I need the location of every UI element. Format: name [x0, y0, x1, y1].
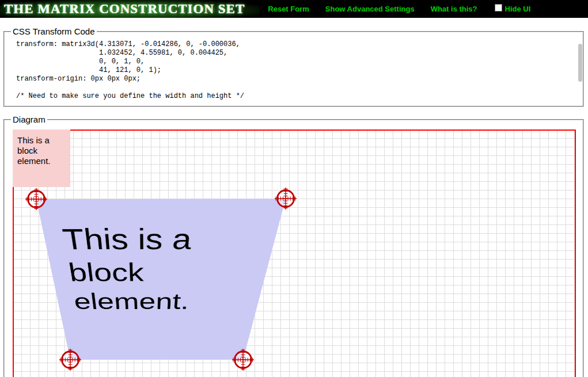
show-advanced-settings-link[interactable]: Show Advanced Settings	[325, 5, 415, 13]
code-scrollbar-thumb[interactable]	[578, 44, 582, 82]
hide-ui-checkbox[interactable]	[495, 4, 502, 12]
what-is-this-link[interactable]: What is this?	[431, 5, 477, 13]
corner-drag-handle-icon[interactable]	[273, 186, 298, 211]
css-transform-code-legend: CSS Transform Code	[11, 26, 97, 36]
reset-form-link[interactable]: Reset Form	[268, 5, 309, 13]
transformed-element: This is a block element.	[36, 199, 286, 360]
hide-ui-label[interactable]: Hide UI	[505, 5, 531, 13]
top-bar: The Matrix Construction Set Reset Form S…	[0, 0, 588, 18]
css-code-text: transform: matrix3d(4.313071, -0.014286,…	[9, 38, 578, 102]
grid-area: This is a block element. This is a block…	[13, 130, 576, 377]
hide-ui-control: Hide UI	[495, 5, 531, 13]
diagram-legend: Diagram	[11, 115, 47, 124]
corner-drag-handle-icon[interactable]	[230, 347, 256, 372]
app-title: The Matrix Construction Set	[0, 0, 260, 18]
source-element: This is a block element.	[13, 130, 70, 187]
corner-drag-handle-icon[interactable]	[58, 347, 83, 372]
corner-drag-handle-icon[interactable]	[24, 186, 49, 212]
css-transform-code-panel: CSS Transform Code transform: matrix3d(4…	[3, 26, 584, 107]
